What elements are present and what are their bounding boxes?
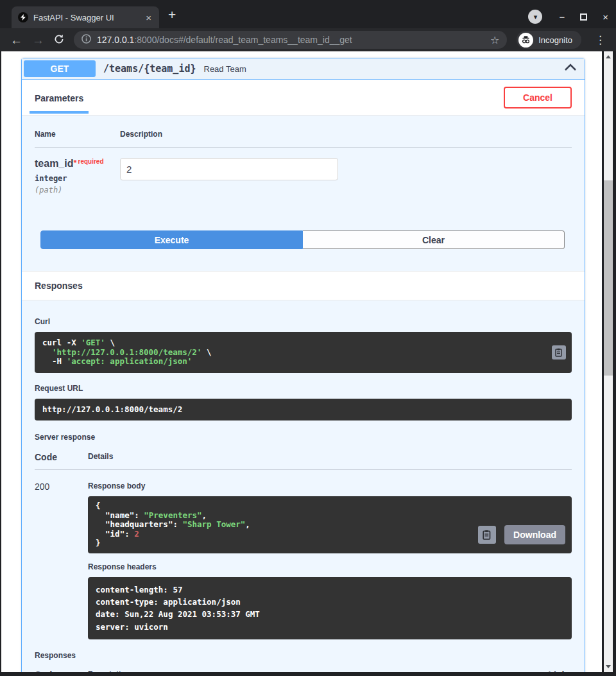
parameters-header: Parameters Cancel	[22, 80, 585, 116]
url-bar[interactable]: 127.0.0.1:8000/docs#/default/read_team_t…	[74, 31, 507, 49]
tab-close-icon[interactable]: ×	[144, 12, 153, 23]
team-id-input[interactable]	[120, 158, 338, 180]
server-response-table-header: Code Details	[35, 452, 572, 470]
execute-button[interactable]: Execute	[40, 230, 303, 249]
response-body-actions: Download	[478, 525, 565, 544]
incognito-label: Incognito	[538, 35, 572, 45]
clear-button[interactable]: Clear	[303, 230, 565, 249]
response-body-block: { "name": "Preventers", "headquarters": …	[88, 496, 572, 553]
server-response-row: 200 Response body { "name": "Preventers"…	[35, 470, 572, 639]
tab-parameters[interactable]: Parameters	[30, 81, 89, 114]
column-code: Code	[35, 452, 88, 462]
scroll-down-icon[interactable]	[606, 665, 611, 668]
responses-section-header: Responses	[22, 271, 585, 300]
browser-menu-icon[interactable]: ⋮	[591, 33, 610, 47]
column-description: Description	[88, 670, 520, 672]
back-icon[interactable]: ←	[10, 34, 22, 46]
reload-icon[interactable]	[54, 34, 64, 46]
browser-toolbar: ← → 127.0.0.1:8000/docs#/default/read_te…	[0, 28, 616, 51]
column-name: Name	[35, 130, 120, 139]
url-host: 127.0.0.1	[97, 35, 134, 45]
collapse-chevron-icon[interactable]	[564, 63, 577, 74]
parameters-table-header: Name Description	[35, 130, 572, 148]
page-scrollbar[interactable]	[604, 51, 613, 672]
incognito-icon	[518, 33, 533, 48]
scroll-up-icon[interactable]	[606, 55, 611, 58]
parameter-name: team_id*required	[35, 158, 120, 169]
parameter-type: integer	[35, 174, 120, 183]
url-path: :8000/docs#/default/read_team_teams__tea…	[134, 35, 352, 45]
column-links: Links	[520, 670, 572, 672]
site-info-icon[interactable]	[81, 34, 91, 46]
execute-wrapper: Execute Clear	[40, 230, 565, 271]
response-body-label: Response body	[88, 481, 572, 490]
incognito-badge: Incognito	[517, 31, 581, 49]
column-details: Details	[88, 452, 572, 462]
close-window-button[interactable]: ×	[603, 12, 608, 22]
copy-response-button[interactable]	[478, 526, 496, 544]
request-url-block: http://127.0.0.1:8000/teams/2	[35, 399, 572, 421]
request-url-text: http://127.0.0.1:8000/teams/2	[42, 405, 564, 415]
browser-titlebar: FastAPI - Swagger UI × + ▾ − ×	[0, 0, 616, 28]
download-button[interactable]: Download	[504, 525, 565, 544]
opblock-get-teams: GET /teams/{team_id} Read Team Parameter…	[21, 58, 585, 672]
server-response-label: Server response	[35, 433, 572, 442]
browser-caret-icon[interactable]: ▾	[528, 10, 542, 24]
forward-icon[interactable]: →	[32, 34, 44, 46]
curl-label: Curl	[35, 317, 572, 326]
curl-command: curl -X 'GET' \ 'http://127.0.0.1:8000/t…	[35, 332, 572, 373]
parameter-row-team-id: team_id*required integer (path)	[35, 148, 572, 195]
endpoint-summary: Read Team	[204, 64, 246, 74]
response-headers-label: Response headers	[88, 562, 572, 571]
column-code: Code	[35, 670, 88, 672]
documented-table-header: Code Description Links	[35, 670, 572, 672]
scrollbar-thumb[interactable]	[604, 180, 613, 376]
required-label: required	[78, 158, 104, 165]
http-method-badge: GET	[24, 60, 96, 77]
browser-tab[interactable]: FastAPI - Swagger UI ×	[12, 6, 159, 28]
window-controls: ▾ − ×	[528, 10, 608, 24]
endpoint-path: /teams/{team_id}	[103, 63, 196, 74]
tab-title: FastAPI - Swagger UI	[33, 13, 139, 22]
opblock-summary[interactable]: GET /teams/{team_id} Read Team	[22, 58, 585, 80]
responses-body: Curl curl -X 'GET' \ 'http://127.0.0.1:8…	[22, 300, 585, 672]
bookmark-star-icon[interactable]: ☆	[490, 34, 499, 46]
column-description: Description	[120, 130, 572, 139]
parameter-location: (path)	[35, 186, 120, 195]
minimize-button[interactable]: −	[559, 12, 565, 22]
responses-title: Responses	[35, 281, 572, 291]
required-star: *	[73, 158, 76, 168]
response-headers-block: content-length: 57 content-type: applica…	[88, 577, 572, 640]
fastapi-favicon-icon	[18, 12, 28, 22]
new-tab-button[interactable]: +	[168, 8, 176, 21]
parameter-meta: team_id*required integer (path)	[35, 158, 120, 195]
cancel-button[interactable]: Cancel	[504, 87, 572, 108]
status-code: 200	[35, 481, 88, 639]
copy-curl-button[interactable]	[552, 345, 566, 360]
maximize-button[interactable]	[580, 13, 587, 21]
response-headers-text: content-length: 57 content-type: applica…	[96, 584, 564, 634]
documented-responses-label: Responses	[35, 651, 572, 660]
curl-text: curl -X 'GET' \ 'http://127.0.0.1:8000/t…	[42, 338, 550, 367]
url-text[interactable]: 127.0.0.1:8000/docs#/default/read_team_t…	[97, 35, 484, 45]
swagger-page: GET /teams/{team_id} Read Team Parameter…	[1, 51, 602, 672]
parameter-value-cell	[120, 158, 338, 195]
parameters-table: Name Description team_id*required intege…	[22, 116, 585, 195]
response-details: Response body { "name": "Preventers", "h…	[88, 481, 572, 639]
request-url-label: Request URL	[35, 384, 572, 393]
